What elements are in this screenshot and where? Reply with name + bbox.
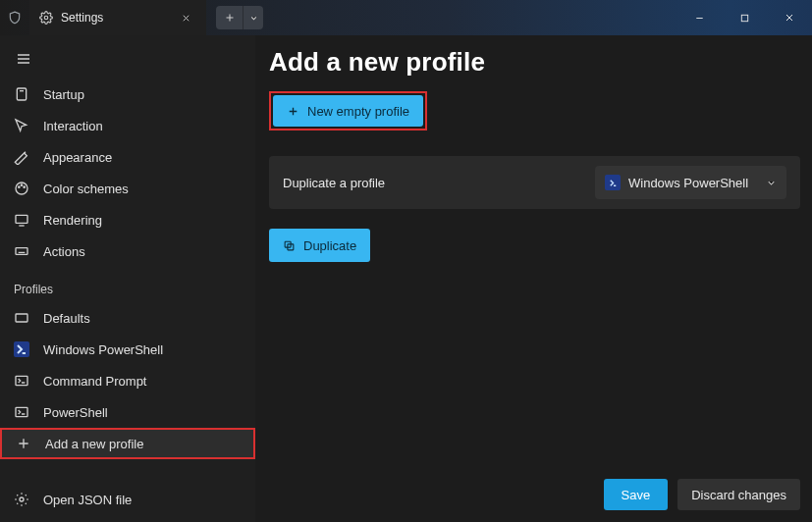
powershell-icon — [605, 175, 621, 190]
rendering-icon — [14, 212, 29, 228]
tab-settings[interactable]: Settings — [29, 0, 206, 35]
sidebar-item-command-prompt[interactable]: Command Prompt — [0, 365, 255, 396]
minimize-button[interactable] — [677, 0, 722, 35]
svg-point-5 — [21, 184, 22, 185]
button-label: Duplicate — [303, 238, 356, 253]
svg-point-6 — [24, 186, 25, 187]
duplicate-profile-card: Duplicate a profile Windows PowerShell — [269, 156, 800, 209]
button-label: New empty profile — [307, 104, 409, 119]
sidebar-item-label: Windows PowerShell — [43, 342, 163, 357]
copy-icon — [283, 239, 296, 252]
sidebar-item-label: Open JSON file — [43, 493, 132, 507]
sidebar-item-label: PowerShell — [43, 405, 108, 420]
gear-icon — [39, 11, 53, 25]
close-icon[interactable] — [177, 9, 194, 26]
sidebar-item-actions[interactable]: Actions — [0, 235, 255, 267]
sidebar-item-powershell[interactable]: PowerShell — [0, 396, 255, 428]
close-window-button[interactable] — [767, 0, 812, 35]
svg-rect-1 — [741, 15, 747, 21]
plus-icon — [287, 105, 299, 118]
sidebar-item-label: Actions — [43, 244, 85, 259]
sidebar-item-color-schemes[interactable]: Color schemes — [0, 173, 255, 204]
sidebar-item-rendering[interactable]: Rendering — [0, 204, 255, 235]
hamburger-menu[interactable] — [0, 39, 255, 78]
shield-icon — [0, 0, 29, 35]
svg-rect-10 — [16, 376, 27, 385]
sidebar-item-open-json[interactable]: Open JSON file — [0, 477, 255, 522]
svg-point-4 — [19, 186, 20, 187]
svg-point-0 — [44, 16, 48, 20]
new-empty-profile-button[interactable]: New empty profile — [273, 95, 423, 127]
sidebar-item-label: Appearance — [43, 150, 112, 165]
duplicate-button[interactable]: Duplicate — [269, 229, 370, 262]
palette-icon — [14, 181, 29, 196]
window-controls — [677, 0, 812, 35]
sidebar: Startup Interaction Appearance Color sch… — [0, 35, 255, 522]
svg-point-12 — [20, 497, 24, 501]
interaction-icon — [14, 118, 29, 133]
chevron-down-icon — [766, 178, 777, 188]
main-content: Add a new profile New empty profile Dupl… — [255, 35, 812, 522]
sidebar-item-label: Defaults — [43, 311, 90, 326]
title-bar: Settings — [0, 0, 812, 35]
sidebar-item-label: Startup — [43, 87, 84, 102]
page-title: Add a new profile — [269, 47, 800, 78]
new-tab-group — [216, 0, 263, 35]
footer-actions: Save Discard changes — [604, 479, 800, 510]
sidebar-item-add-profile[interactable]: Add a new profile — [0, 428, 255, 459]
svg-rect-2 — [17, 88, 26, 100]
svg-rect-9 — [16, 314, 27, 322]
sidebar-item-appearance[interactable]: Appearance — [0, 141, 255, 173]
svg-rect-7 — [16, 215, 27, 223]
discard-button[interactable]: Discard changes — [677, 479, 800, 510]
gear-icon — [14, 492, 29, 507]
maximize-button[interactable] — [722, 0, 767, 35]
new-tab-button[interactable] — [216, 6, 244, 29]
svg-rect-11 — [16, 407, 27, 416]
startup-icon — [14, 86, 29, 102]
tab-title: Settings — [61, 11, 103, 25]
highlight-new-empty: New empty profile — [269, 91, 427, 130]
sidebar-item-label: Command Prompt — [43, 374, 146, 389]
sidebar-item-label: Color schemes — [43, 182, 129, 196]
powershell-icon — [14, 341, 29, 357]
sidebar-item-interaction[interactable]: Interaction — [0, 110, 255, 141]
sidebar-item-label: Rendering — [43, 213, 102, 228]
save-button[interactable]: Save — [604, 479, 669, 510]
profile-dropdown[interactable]: Windows PowerShell — [595, 166, 786, 199]
cmd-icon — [14, 373, 29, 389]
dropdown-selected: Windows PowerShell — [628, 176, 748, 190]
appearance-icon — [14, 149, 29, 165]
sidebar-item-label: Add a new profile — [45, 437, 143, 451]
pwsh-icon — [14, 404, 29, 420]
sidebar-item-label: Interaction — [43, 119, 103, 133]
defaults-icon — [14, 310, 29, 326]
sidebar-section-profiles: Profiles — [0, 267, 255, 302]
sidebar-item-startup[interactable]: Startup — [0, 78, 255, 110]
sidebar-item-windows-powershell[interactable]: Windows PowerShell — [0, 334, 255, 365]
svg-rect-8 — [16, 248, 27, 255]
plus-icon — [16, 436, 31, 451]
sidebar-item-defaults[interactable]: Defaults — [0, 302, 255, 334]
keyboard-icon — [14, 243, 29, 259]
new-tab-dropdown[interactable] — [244, 6, 263, 29]
card-label: Duplicate a profile — [283, 176, 583, 190]
